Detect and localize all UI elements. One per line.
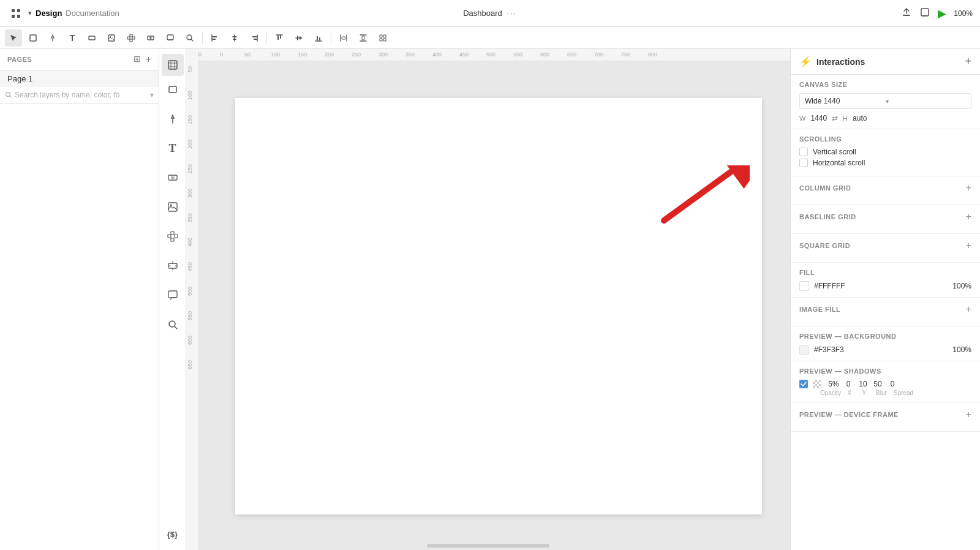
layer-search-input[interactable] [15,91,148,99]
play-button[interactable]: ▶ [938,7,946,20]
baseline-grid-header: BASELINE GRID + [799,211,971,222]
add-square-grid-button[interactable]: + [966,240,971,251]
image-fill-section: IMAGE FILL + [791,298,980,326]
canvas-size-dropdown[interactable]: Wide 1440 ▾ [799,93,971,109]
image-tool[interactable] [103,29,120,47]
height-label: H [843,115,848,122]
tidy-up-icon[interactable] [374,29,391,47]
canvas-size-value: Wide 1440 [805,97,886,105]
search-tool-item[interactable] [162,314,184,336]
spread-label: Spread [892,390,914,396]
canvas-scrollbar-h[interactable] [427,544,549,548]
shadow-color-swatch[interactable] [813,380,821,388]
pen-tool[interactable] [44,29,61,47]
fill-opacity-value[interactable]: 100% [952,282,971,290]
align-left-icon[interactable] [206,29,224,47]
canvas-area[interactable]: -50 0 50 100 150 200 250 300 350 400 450… [186,49,790,550]
canvas-size-chevron-icon: ▾ [886,98,967,105]
frames-tool-item[interactable] [162,54,184,76]
documentation-tab[interactable]: Documentation [66,9,119,18]
zoom-level[interactable]: 100% [954,9,973,18]
select-tool[interactable] [5,29,22,47]
width-value[interactable]: 1440 [810,114,827,122]
svg-rect-37 [168,61,177,69]
hotspot-tool[interactable] [142,29,159,47]
svg-rect-43 [171,232,174,235]
svg-rect-38 [169,86,176,92]
preview-bg-color-swatch[interactable] [799,345,809,355]
svg-rect-30 [342,37,345,39]
shadow-spread-value[interactable]: 0 [886,380,899,388]
ruler-tick: 200 [325,51,334,58]
fill-hex-value[interactable]: #FFFFFF [814,282,845,290]
canvas-size-header: CANVAS SIZE [799,81,971,88]
input-tool-item[interactable] [162,167,184,189]
svg-rect-0 [12,9,15,12]
rectangle-tool[interactable] [83,29,100,47]
svg-rect-34 [380,39,382,41]
topbar-right: ▶ 100% [901,7,973,20]
fill-color-swatch[interactable] [799,281,809,291]
align-middle-v-icon[interactable] [290,29,307,47]
export-icon[interactable] [901,7,912,20]
design-tab[interactable]: Design [36,9,62,18]
align-center-h-icon[interactable] [226,29,243,47]
link-dimensions-icon[interactable]: ⇄ [832,114,838,122]
device-preview-icon[interactable] [919,7,930,20]
pen-tool-item[interactable] [162,108,184,130]
search-tool[interactable] [181,29,198,47]
shadow-labels-row: Opacity X Y Blur Spread [820,390,971,396]
distribute-h-icon[interactable] [335,29,352,47]
add-baseline-grid-button[interactable]: + [966,211,971,222]
preview-bg-opacity[interactable]: 100% [952,345,971,354]
add-page-button[interactable]: + [146,54,151,65]
add-interaction-button[interactable]: + [965,55,971,68]
frame-tool[interactable] [24,29,42,47]
align-right-icon[interactable] [246,29,263,47]
page-1-item[interactable]: Page 1 [0,70,159,87]
height-value[interactable]: auto [853,114,867,122]
comment-tool-item[interactable] [162,284,184,306]
horizontal-scroll-checkbox[interactable] [799,159,808,167]
shadow-x-value[interactable]: 0 [842,380,854,388]
add-image-fill-button[interactable]: + [966,304,971,315]
grid-icon[interactable] [7,5,24,22]
fit-page-icon[interactable]: ⊞ [134,54,141,65]
component-tool[interactable] [123,29,140,47]
vertical-scroll-checkbox[interactable] [799,148,808,156]
component-tool-item[interactable] [162,225,184,247]
project-title[interactable]: Dashboard [463,9,502,18]
ruler-v-tick: 200 [187,140,193,149]
variables-tool-item[interactable]: {$} [162,523,184,545]
ruler-tick: 800 [648,51,657,58]
shadow-y-value[interactable]: 10 [857,380,869,388]
shadow-blur-value[interactable]: 50 [872,380,884,388]
svg-rect-22 [252,36,257,37]
align-top-icon[interactable] [271,29,288,47]
preview-bg-hex-value[interactable]: #F3F3F3 [814,345,844,354]
shadow-enabled-checkbox[interactable] [799,380,808,388]
svg-rect-28 [317,36,318,40]
vertical-scroll-label: Vertical scroll [813,148,856,156]
canvas-page[interactable] [235,98,762,514]
filter-icon[interactable]: ▾ [150,91,154,99]
align-bottom-icon[interactable] [310,29,327,47]
column-grid-header: COLUMN GRID + [799,183,971,194]
hotspot-tool-item[interactable] [162,255,184,277]
rectangle-tool-item[interactable] [162,78,184,100]
svg-rect-5 [921,9,929,16]
distribute-v-icon[interactable] [355,29,372,47]
text-tool[interactable]: T [64,29,81,47]
shadow-opacity-value[interactable]: 5% [827,380,840,388]
svg-rect-47 [168,291,177,298]
comment-tool[interactable] [162,29,179,47]
chevron-down-icon[interactable]: ▾ [28,9,32,17]
add-column-grid-button[interactable]: + [966,183,971,194]
image-tool-item[interactable] [162,196,184,218]
add-device-frame-button[interactable]: + [966,409,971,420]
more-options-icon[interactable]: ··· [507,9,517,18]
svg-rect-29 [319,37,320,40]
ruler-v-tick: 450 [187,262,193,271]
baseline-grid-section: BASELINE GRID + [791,205,980,234]
text-tool-item[interactable]: T [162,137,184,159]
